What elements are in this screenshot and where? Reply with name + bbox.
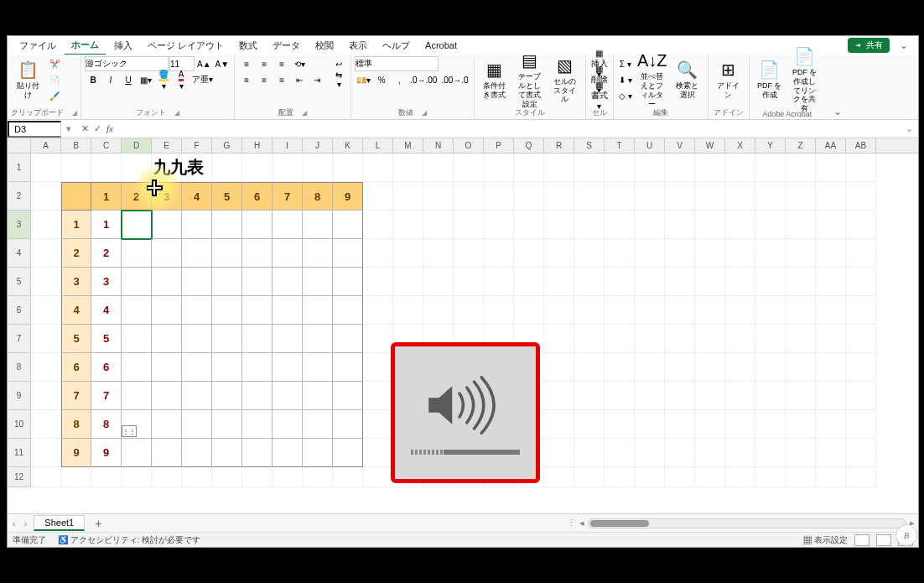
cell-M1[interactable] <box>393 154 423 182</box>
cell-R6[interactable] <box>544 296 574 325</box>
align-center-button[interactable]: ≡ <box>256 72 273 87</box>
col-header-O[interactable]: O <box>454 138 484 153</box>
cell-E5[interactable] <box>152 268 182 296</box>
cell-AB7[interactable] <box>846 325 876 353</box>
cell-T11[interactable] <box>605 439 635 467</box>
cell-Y1[interactable] <box>755 154 786 182</box>
cell-C5[interactable]: 3 <box>91 268 122 296</box>
cell-K8[interactable] <box>333 353 363 382</box>
cell-AB9[interactable] <box>846 382 876 410</box>
cell-H9[interactable] <box>242 382 273 410</box>
col-header-Q[interactable]: Q <box>514 138 544 153</box>
cell-C8[interactable]: 6 <box>91 353 122 382</box>
status-accessibility[interactable]: ♿ アクセシビリティ: 検討が必要です <box>58 534 200 546</box>
scroll-split-icon[interactable]: ⋮ <box>567 518 576 528</box>
cell-X3[interactable] <box>725 211 755 239</box>
cell-A3[interactable] <box>31 211 61 239</box>
cell-Y5[interactable] <box>755 268 786 296</box>
cell-J9[interactable] <box>303 382 333 410</box>
cell-Z10[interactable] <box>786 410 816 439</box>
cell-C3[interactable]: 1 <box>91 211 122 239</box>
col-header-C[interactable]: C <box>91 138 122 153</box>
cell-W8[interactable] <box>695 353 725 382</box>
cell-AB8[interactable] <box>846 353 876 382</box>
row-header-1[interactable]: 1 <box>8 154 30 182</box>
dialog-launcher-icon[interactable]: ◢ <box>72 109 77 117</box>
cell-W5[interactable] <box>695 268 725 296</box>
cell-W9[interactable] <box>695 382 725 410</box>
cell-X1[interactable] <box>725 154 755 182</box>
cell-R7[interactable] <box>544 325 574 353</box>
cell-L12[interactable] <box>363 467 393 487</box>
tab-view[interactable]: 表示 <box>342 37 374 55</box>
sheet-nav-next-icon[interactable]: › <box>23 518 29 528</box>
cell-J8[interactable] <box>303 353 333 382</box>
col-header-J[interactable]: J <box>303 138 333 153</box>
autosum-button[interactable]: Σ ▾ <box>617 56 634 71</box>
cell-V10[interactable] <box>665 410 695 439</box>
cell-L11[interactable] <box>363 439 393 467</box>
cell-E12[interactable] <box>152 467 182 487</box>
cell-C11[interactable]: 9 <box>91 439 122 467</box>
cell-G3[interactable] <box>212 211 242 239</box>
cell-L9[interactable] <box>363 382 393 410</box>
cell-S12[interactable] <box>574 467 605 487</box>
cell-AB5[interactable] <box>846 268 876 296</box>
cell-T4[interactable] <box>605 239 635 268</box>
cell-A5[interactable] <box>31 268 61 296</box>
cell-N4[interactable] <box>423 239 454 268</box>
col-header-G[interactable]: G <box>212 138 242 153</box>
page-layout-view-button[interactable] <box>876 534 891 546</box>
cell-K7[interactable] <box>333 325 363 353</box>
cell-AA9[interactable] <box>816 382 846 410</box>
cell-L10[interactable] <box>363 410 393 439</box>
cell-P4[interactable] <box>484 239 514 268</box>
dialog-launcher-icon[interactable]: ◢ <box>422 109 427 117</box>
cell-I11[interactable] <box>273 439 303 467</box>
sort-filter-button[interactable]: A↓Z並べ替えとフィルター <box>636 56 669 103</box>
cell-T12[interactable] <box>605 467 635 487</box>
cell-P3[interactable] <box>484 211 514 239</box>
enter-formula-button[interactable]: ✓ <box>94 123 101 134</box>
cell-Y6[interactable] <box>755 296 786 325</box>
cell-K10[interactable] <box>333 410 363 439</box>
cell-W12[interactable] <box>695 467 725 487</box>
cell-Y10[interactable] <box>755 410 786 439</box>
col-header-S[interactable]: S <box>574 138 605 153</box>
cell-D12[interactable] <box>122 467 152 487</box>
cell-AA6[interactable] <box>816 296 846 325</box>
cell-O6[interactable] <box>454 296 484 325</box>
cell-A10[interactable] <box>31 410 61 439</box>
cell-T6[interactable] <box>605 296 635 325</box>
cell-V2[interactable] <box>665 182 695 211</box>
cell-W2[interactable] <box>695 182 725 211</box>
cell-R11[interactable] <box>544 439 574 467</box>
display-settings-button[interactable]: ▦ 表示設定 <box>803 534 848 546</box>
cell-R4[interactable] <box>544 239 574 268</box>
cell-G10[interactable] <box>212 410 242 439</box>
cell-W6[interactable] <box>695 296 725 325</box>
cell-D5[interactable] <box>122 268 152 296</box>
cell-AA10[interactable] <box>816 410 846 439</box>
cell-O4[interactable] <box>454 239 484 268</box>
cell-J12[interactable] <box>303 467 333 487</box>
cell-I3[interactable] <box>273 211 303 239</box>
name-box[interactable] <box>8 121 61 138</box>
cell-A12[interactable] <box>31 467 61 487</box>
cell-H1[interactable] <box>242 154 273 182</box>
cell-H6[interactable] <box>242 296 273 325</box>
cell-B8[interactable]: 6 <box>61 353 91 382</box>
cell-T7[interactable] <box>605 325 635 353</box>
cell-P1[interactable] <box>484 154 514 182</box>
cell-P2[interactable] <box>484 182 514 211</box>
cell-R12[interactable] <box>544 467 574 487</box>
cell-AA5[interactable] <box>816 268 846 296</box>
cell-C4[interactable]: 2 <box>91 239 122 268</box>
increase-indent-button[interactable]: ⇥ <box>309 72 325 87</box>
cell-A8[interactable] <box>31 353 61 382</box>
cell-U7[interactable] <box>635 325 665 353</box>
col-header-P[interactable]: P <box>484 138 514 153</box>
cell-U12[interactable] <box>635 467 665 487</box>
cell-L8[interactable] <box>363 353 393 382</box>
col-header-A[interactable]: A <box>31 138 61 153</box>
